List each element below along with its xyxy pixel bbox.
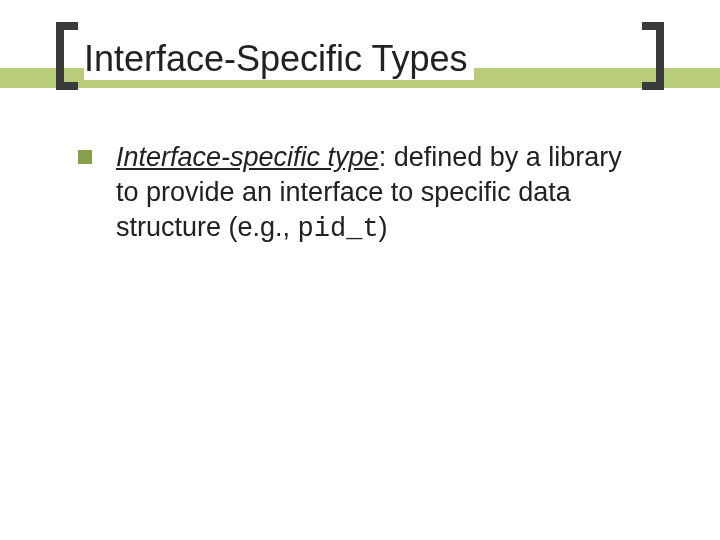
bullet-icon <box>78 150 92 164</box>
bracket-left <box>56 22 78 90</box>
bullet-item: Interface-specific type: defined by a li… <box>78 140 650 247</box>
slide-body: Interface-specific type: defined by a li… <box>78 140 650 247</box>
bullet-text: Interface-specific type: defined by a li… <box>116 140 650 247</box>
slide-title: Interface-Specific Types <box>84 38 474 80</box>
code-text: pid_t <box>298 214 379 244</box>
body-text-2: ) <box>379 212 388 242</box>
term-text: Interface-specific type <box>116 142 379 172</box>
bracket-right <box>642 22 664 90</box>
